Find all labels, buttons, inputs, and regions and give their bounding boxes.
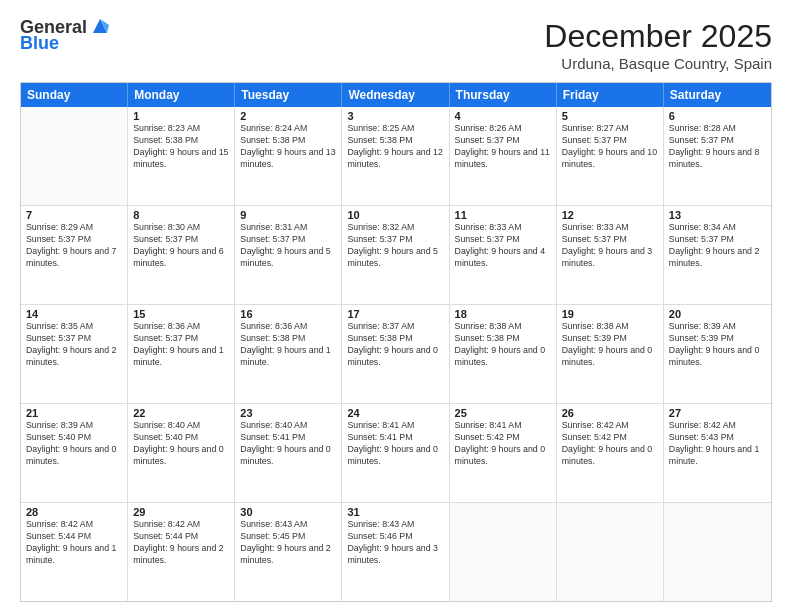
header-friday: Friday bbox=[557, 83, 664, 107]
day-number: 9 bbox=[240, 209, 336, 221]
cell-info: Sunrise: 8:43 AM Sunset: 5:45 PM Dayligh… bbox=[240, 519, 336, 567]
cell-info: Sunrise: 8:40 AM Sunset: 5:41 PM Dayligh… bbox=[240, 420, 336, 468]
calendar-cell: 8Sunrise: 8:30 AM Sunset: 5:37 PM Daylig… bbox=[128, 206, 235, 304]
cell-info: Sunrise: 8:28 AM Sunset: 5:37 PM Dayligh… bbox=[669, 123, 766, 171]
day-number: 3 bbox=[347, 110, 443, 122]
day-number: 2 bbox=[240, 110, 336, 122]
day-number: 10 bbox=[347, 209, 443, 221]
calendar-row-1: 1Sunrise: 8:23 AM Sunset: 5:38 PM Daylig… bbox=[21, 107, 771, 205]
calendar-cell: 29Sunrise: 8:42 AM Sunset: 5:44 PM Dayli… bbox=[128, 503, 235, 601]
calendar-cell bbox=[21, 107, 128, 205]
calendar-cell: 28Sunrise: 8:42 AM Sunset: 5:44 PM Dayli… bbox=[21, 503, 128, 601]
calendar-cell: 27Sunrise: 8:42 AM Sunset: 5:43 PM Dayli… bbox=[664, 404, 771, 502]
calendar-cell: 20Sunrise: 8:39 AM Sunset: 5:39 PM Dayli… bbox=[664, 305, 771, 403]
cell-info: Sunrise: 8:41 AM Sunset: 5:42 PM Dayligh… bbox=[455, 420, 551, 468]
header: General Blue December 2025 Urduna, Basqu… bbox=[20, 18, 772, 72]
day-number: 30 bbox=[240, 506, 336, 518]
calendar-cell: 13Sunrise: 8:34 AM Sunset: 5:37 PM Dayli… bbox=[664, 206, 771, 304]
calendar-cell: 11Sunrise: 8:33 AM Sunset: 5:37 PM Dayli… bbox=[450, 206, 557, 304]
day-number: 17 bbox=[347, 308, 443, 320]
page: General Blue December 2025 Urduna, Basqu… bbox=[0, 0, 792, 612]
calendar-cell: 7Sunrise: 8:29 AM Sunset: 5:37 PM Daylig… bbox=[21, 206, 128, 304]
cell-info: Sunrise: 8:29 AM Sunset: 5:37 PM Dayligh… bbox=[26, 222, 122, 270]
day-number: 29 bbox=[133, 506, 229, 518]
day-number: 4 bbox=[455, 110, 551, 122]
header-wednesday: Wednesday bbox=[342, 83, 449, 107]
cell-info: Sunrise: 8:38 AM Sunset: 5:38 PM Dayligh… bbox=[455, 321, 551, 369]
calendar-row-3: 14Sunrise: 8:35 AM Sunset: 5:37 PM Dayli… bbox=[21, 304, 771, 403]
cell-info: Sunrise: 8:39 AM Sunset: 5:40 PM Dayligh… bbox=[26, 420, 122, 468]
day-number: 13 bbox=[669, 209, 766, 221]
cell-info: Sunrise: 8:42 AM Sunset: 5:42 PM Dayligh… bbox=[562, 420, 658, 468]
cell-info: Sunrise: 8:42 AM Sunset: 5:43 PM Dayligh… bbox=[669, 420, 766, 468]
cell-info: Sunrise: 8:27 AM Sunset: 5:37 PM Dayligh… bbox=[562, 123, 658, 171]
calendar-cell: 31Sunrise: 8:43 AM Sunset: 5:46 PM Dayli… bbox=[342, 503, 449, 601]
cell-info: Sunrise: 8:39 AM Sunset: 5:39 PM Dayligh… bbox=[669, 321, 766, 369]
calendar-cell: 5Sunrise: 8:27 AM Sunset: 5:37 PM Daylig… bbox=[557, 107, 664, 205]
calendar-cell: 15Sunrise: 8:36 AM Sunset: 5:37 PM Dayli… bbox=[128, 305, 235, 403]
calendar-cell: 9Sunrise: 8:31 AM Sunset: 5:37 PM Daylig… bbox=[235, 206, 342, 304]
cell-info: Sunrise: 8:30 AM Sunset: 5:37 PM Dayligh… bbox=[133, 222, 229, 270]
logo: General Blue bbox=[20, 18, 111, 54]
calendar-cell: 3Sunrise: 8:25 AM Sunset: 5:38 PM Daylig… bbox=[342, 107, 449, 205]
calendar-title: December 2025 bbox=[544, 18, 772, 55]
day-number: 19 bbox=[562, 308, 658, 320]
calendar-cell: 21Sunrise: 8:39 AM Sunset: 5:40 PM Dayli… bbox=[21, 404, 128, 502]
cell-info: Sunrise: 8:40 AM Sunset: 5:40 PM Dayligh… bbox=[133, 420, 229, 468]
calendar-cell: 26Sunrise: 8:42 AM Sunset: 5:42 PM Dayli… bbox=[557, 404, 664, 502]
day-number: 11 bbox=[455, 209, 551, 221]
day-number: 1 bbox=[133, 110, 229, 122]
calendar-cell: 1Sunrise: 8:23 AM Sunset: 5:38 PM Daylig… bbox=[128, 107, 235, 205]
header-monday: Monday bbox=[128, 83, 235, 107]
day-number: 12 bbox=[562, 209, 658, 221]
cell-info: Sunrise: 8:41 AM Sunset: 5:41 PM Dayligh… bbox=[347, 420, 443, 468]
cell-info: Sunrise: 8:26 AM Sunset: 5:37 PM Dayligh… bbox=[455, 123, 551, 171]
cell-info: Sunrise: 8:42 AM Sunset: 5:44 PM Dayligh… bbox=[133, 519, 229, 567]
calendar-cell: 4Sunrise: 8:26 AM Sunset: 5:37 PM Daylig… bbox=[450, 107, 557, 205]
calendar-cell bbox=[664, 503, 771, 601]
calendar-cell: 19Sunrise: 8:38 AM Sunset: 5:39 PM Dayli… bbox=[557, 305, 664, 403]
logo-text: General Blue bbox=[20, 18, 111, 54]
calendar-cell: 30Sunrise: 8:43 AM Sunset: 5:45 PM Dayli… bbox=[235, 503, 342, 601]
day-number: 21 bbox=[26, 407, 122, 419]
cell-info: Sunrise: 8:36 AM Sunset: 5:37 PM Dayligh… bbox=[133, 321, 229, 369]
day-number: 26 bbox=[562, 407, 658, 419]
calendar-cell: 6Sunrise: 8:28 AM Sunset: 5:37 PM Daylig… bbox=[664, 107, 771, 205]
calendar-cell bbox=[450, 503, 557, 601]
day-number: 18 bbox=[455, 308, 551, 320]
header-sunday: Sunday bbox=[21, 83, 128, 107]
cell-info: Sunrise: 8:33 AM Sunset: 5:37 PM Dayligh… bbox=[562, 222, 658, 270]
calendar: Sunday Monday Tuesday Wednesday Thursday… bbox=[20, 82, 772, 602]
calendar-cell: 12Sunrise: 8:33 AM Sunset: 5:37 PM Dayli… bbox=[557, 206, 664, 304]
calendar-cell: 23Sunrise: 8:40 AM Sunset: 5:41 PM Dayli… bbox=[235, 404, 342, 502]
cell-info: Sunrise: 8:36 AM Sunset: 5:38 PM Dayligh… bbox=[240, 321, 336, 369]
cell-info: Sunrise: 8:23 AM Sunset: 5:38 PM Dayligh… bbox=[133, 123, 229, 171]
header-thursday: Thursday bbox=[450, 83, 557, 107]
logo-blue: Blue bbox=[20, 34, 111, 54]
cell-info: Sunrise: 8:34 AM Sunset: 5:37 PM Dayligh… bbox=[669, 222, 766, 270]
header-saturday: Saturday bbox=[664, 83, 771, 107]
day-number: 20 bbox=[669, 308, 766, 320]
day-number: 8 bbox=[133, 209, 229, 221]
calendar-row-5: 28Sunrise: 8:42 AM Sunset: 5:44 PM Dayli… bbox=[21, 502, 771, 601]
calendar-cell: 17Sunrise: 8:37 AM Sunset: 5:38 PM Dayli… bbox=[342, 305, 449, 403]
day-number: 27 bbox=[669, 407, 766, 419]
day-number: 7 bbox=[26, 209, 122, 221]
header-tuesday: Tuesday bbox=[235, 83, 342, 107]
cell-info: Sunrise: 8:33 AM Sunset: 5:37 PM Dayligh… bbox=[455, 222, 551, 270]
cell-info: Sunrise: 8:42 AM Sunset: 5:44 PM Dayligh… bbox=[26, 519, 122, 567]
day-number: 6 bbox=[669, 110, 766, 122]
calendar-cell: 16Sunrise: 8:36 AM Sunset: 5:38 PM Dayli… bbox=[235, 305, 342, 403]
calendar-cell: 2Sunrise: 8:24 AM Sunset: 5:38 PM Daylig… bbox=[235, 107, 342, 205]
calendar-cell: 10Sunrise: 8:32 AM Sunset: 5:37 PM Dayli… bbox=[342, 206, 449, 304]
day-number: 16 bbox=[240, 308, 336, 320]
cell-info: Sunrise: 8:24 AM Sunset: 5:38 PM Dayligh… bbox=[240, 123, 336, 171]
day-number: 28 bbox=[26, 506, 122, 518]
day-number: 25 bbox=[455, 407, 551, 419]
day-number: 23 bbox=[240, 407, 336, 419]
cell-info: Sunrise: 8:32 AM Sunset: 5:37 PM Dayligh… bbox=[347, 222, 443, 270]
cell-info: Sunrise: 8:38 AM Sunset: 5:39 PM Dayligh… bbox=[562, 321, 658, 369]
calendar-row-2: 7Sunrise: 8:29 AM Sunset: 5:37 PM Daylig… bbox=[21, 205, 771, 304]
cell-info: Sunrise: 8:25 AM Sunset: 5:38 PM Dayligh… bbox=[347, 123, 443, 171]
calendar-body: 1Sunrise: 8:23 AM Sunset: 5:38 PM Daylig… bbox=[21, 107, 771, 601]
